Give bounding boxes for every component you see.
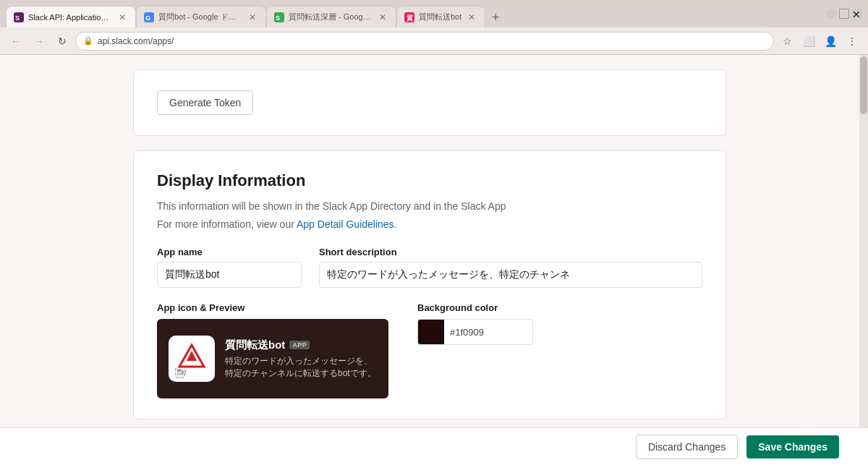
app-info: 質問転送bot APP 特定のワードが入ったメッセージを、特定のチャンネルに転送… — [225, 338, 377, 380]
tab-slack[interactable]: S Slack API: Applications | FunLock... ✕ — [6, 6, 136, 27]
funlocks-logo-svg: Fun Fun Locks 2029 — [172, 339, 211, 378]
display-info-desc1: This information will be shown in the Sl… — [157, 199, 702, 214]
svg-text:質: 質 — [407, 14, 414, 22]
browser-toolbar: ← → ↻ 🔒 api.slack.com/apps/ ☆ ⬜ 👤 ⋮ — [0, 27, 868, 55]
new-tab-button[interactable]: + — [485, 7, 506, 27]
color-input-row — [417, 319, 533, 345]
browser-titlebar: S Slack API: Applications | FunLock... ✕… — [0, 0, 868, 27]
generate-token-button[interactable]: Generate Token — [157, 90, 253, 115]
browser-frame: S Slack API: Applications | FunLock... ✕… — [0, 0, 868, 465]
drive-favicon: G — [144, 12, 154, 22]
scrollbar-thumb[interactable] — [860, 56, 867, 114]
back-button[interactable]: ← — [6, 31, 26, 51]
window-maximize[interactable] — [839, 9, 849, 19]
tab-drive-close[interactable]: ✕ — [247, 12, 258, 23]
app-name-row: 質問転送bot APP — [225, 338, 377, 352]
page-inner: Generate Token Display Information This … — [104, 55, 755, 465]
color-text-input[interactable] — [444, 327, 533, 338]
app-detail-guidelines-link[interactable]: App Detail Guidelines. — [297, 218, 397, 230]
app-type-badge: APP — [289, 341, 310, 349]
short-desc-input[interactable] — [319, 262, 702, 288]
toolbar-actions: ☆ ⬜ 👤 ⋮ — [777, 31, 862, 51]
svg-text:S: S — [276, 14, 280, 22]
bg-color-label: Background color — [417, 302, 533, 313]
tab-bot-close[interactable]: ✕ — [466, 12, 477, 23]
slack-favicon: S — [14, 12, 24, 22]
scrollbar-track[interactable] — [859, 55, 868, 465]
tab-sheets-close[interactable]: ✕ — [377, 12, 388, 23]
tabs-row: S Slack API: Applications | FunLock... ✕… — [6, 0, 506, 27]
save-changes-button[interactable]: Save Changes — [746, 435, 839, 458]
preview-row: App icon & Preview Fun — [157, 302, 702, 398]
url-text: api.slack.com/apps/ — [98, 36, 174, 46]
profile-button[interactable]: 👤 — [820, 31, 841, 51]
tab-slack-close[interactable]: ✕ — [116, 12, 128, 23]
app-preview-box: Fun Fun Locks 2029 質問転送bot — [157, 319, 388, 398]
short-desc-label: Short description — [319, 247, 702, 257]
generate-token-card: Generate Token — [133, 69, 726, 136]
app-name-group: App name — [157, 247, 302, 288]
bot-favicon: 質 — [404, 12, 414, 22]
app-name-input[interactable] — [157, 262, 302, 288]
icon-preview-label: App icon & Preview — [157, 302, 388, 313]
address-bar[interactable]: 🔒 api.slack.com/apps/ — [75, 32, 774, 51]
icon-preview-group: App icon & Preview Fun — [157, 302, 388, 398]
app-icon: Fun Fun Locks 2029 — [169, 336, 215, 382]
color-swatch[interactable] — [418, 319, 444, 345]
svg-text:G: G — [145, 14, 150, 22]
svg-text:S: S — [15, 14, 20, 22]
display-info-title: Display Information — [157, 171, 702, 190]
reload-button[interactable]: ↻ — [52, 31, 72, 51]
menu-button[interactable]: ⋮ — [842, 31, 862, 51]
app-preview-desc: 特定のワードが入ったメッセージを、特定のチャンネルに転送するbotです。 — [225, 355, 377, 380]
tab-bot-label: 質問転送bot — [419, 12, 461, 22]
tab-sheets[interactable]: S 質問転送深層 - Google スプレッド... ✕ — [266, 6, 396, 27]
discard-changes-button[interactable]: Discard Changes — [636, 435, 738, 459]
app-name-label: App name — [157, 247, 302, 257]
app-display-name: 質問転送bot — [225, 338, 285, 352]
bottom-action-bar: Discard Changes Save Changes — [0, 427, 868, 465]
bg-color-group: Background color — [417, 302, 533, 398]
short-desc-group: Short description — [319, 247, 702, 288]
form-row: App name Short description — [157, 247, 702, 288]
page-content: Generate Token Display Information This … — [0, 55, 859, 465]
tab-bot[interactable]: 質 質問転送bot ✕ — [396, 6, 485, 27]
extensions-button[interactable]: ⬜ — [799, 31, 819, 51]
window-close[interactable]: ✕ — [852, 9, 862, 19]
tab-slack-label: Slack API: Applications | FunLock... — [28, 13, 112, 22]
window-minimize[interactable] — [826, 9, 836, 19]
svg-text:2029: 2029 — [175, 376, 184, 378]
sheets-favicon: S — [274, 12, 284, 22]
lock-icon: 🔒 — [83, 36, 93, 46]
display-info-desc2: For more information, view our App Detai… — [157, 217, 702, 232]
tab-sheets-label: 質問転送深層 - Google スプレッド... — [289, 12, 373, 22]
tab-drive[interactable]: G 質問bot - Google ドライブ ✕ — [136, 6, 266, 27]
display-information-card: Display Information This information wil… — [133, 150, 726, 419]
forward-button[interactable]: → — [29, 31, 49, 51]
bookmark-button[interactable]: ☆ — [777, 31, 797, 51]
tab-drive-label: 質問bot - Google ドライブ — [158, 12, 242, 22]
